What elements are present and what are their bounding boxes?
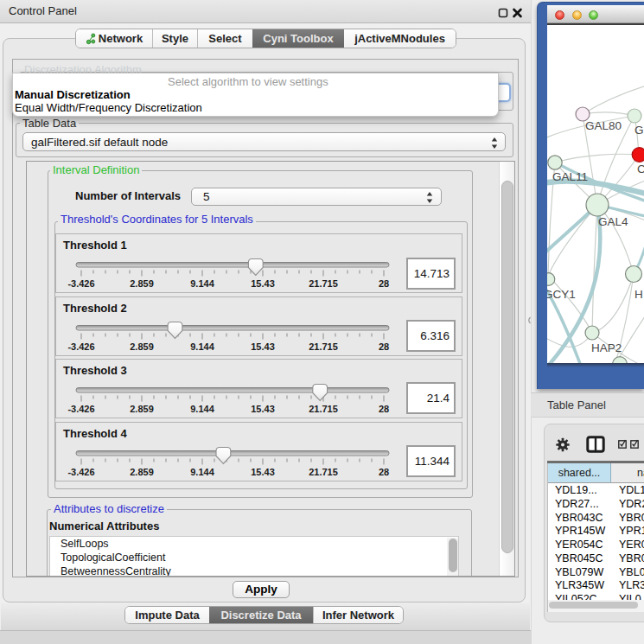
svg-text:C: C (637, 163, 644, 175)
svg-text:9.144: 9.144 (190, 404, 214, 414)
svg-text:9.144: 9.144 (190, 278, 214, 289)
svg-text:21.715: 21.715 (309, 404, 338, 414)
svg-text:28: 28 (379, 404, 389, 414)
svg-text:H: H (634, 288, 643, 301)
svg-text:GCY1: GCY1 (547, 288, 576, 301)
svg-text:2.859: 2.859 (130, 341, 154, 352)
svg-text:28: 28 (379, 467, 389, 477)
svg-text:2.859: 2.859 (130, 467, 154, 477)
svg-text:15.43: 15.43 (251, 404, 275, 414)
svg-text:-3.426: -3.426 (67, 467, 94, 477)
svg-text:9.144: 9.144 (190, 467, 214, 477)
svg-text:-3.426: -3.426 (67, 278, 94, 289)
svg-text:15.43: 15.43 (251, 278, 275, 289)
svg-text:15.43: 15.43 (251, 467, 275, 477)
svg-text:9.144: 9.144 (190, 341, 214, 352)
svg-text:21.715: 21.715 (309, 341, 338, 352)
svg-text:15.43: 15.43 (251, 341, 275, 352)
svg-text:2.859: 2.859 (130, 278, 154, 289)
svg-text:GAL11: GAL11 (552, 170, 588, 183)
svg-text:G: G (634, 124, 644, 137)
svg-text:2.859: 2.859 (130, 404, 154, 414)
svg-text:-3.426: -3.426 (67, 341, 94, 352)
svg-text:21.715: 21.715 (309, 278, 338, 289)
svg-text:28: 28 (379, 278, 389, 289)
svg-text:GAL80: GAL80 (585, 119, 622, 132)
svg-text:HAP2: HAP2 (591, 341, 622, 354)
svg-text:-3.426: -3.426 (67, 404, 94, 414)
svg-text:GAL4: GAL4 (598, 215, 628, 228)
svg-text:21.715: 21.715 (309, 467, 338, 477)
svg-text:28: 28 (379, 341, 389, 352)
